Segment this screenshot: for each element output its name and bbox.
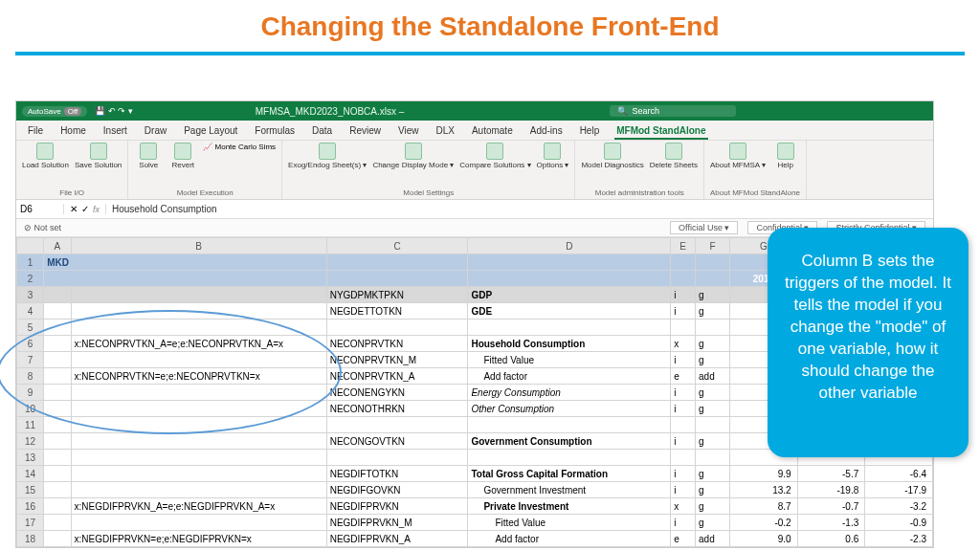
cell[interactable]: i [671, 482, 696, 498]
col-header[interactable]: B [71, 238, 326, 254]
cell[interactable]: 13 [17, 450, 44, 466]
cell[interactable] [468, 254, 671, 271]
cell[interactable]: 9.9 [729, 466, 797, 482]
col-header[interactable]: A [44, 238, 71, 254]
cell[interactable]: NEGDIFTOTKN [326, 466, 468, 482]
cell[interactable]: add [696, 368, 730, 385]
cell[interactable] [44, 417, 71, 433]
col-header[interactable]: C [326, 238, 468, 254]
cell[interactable]: Private Investment [468, 498, 671, 515]
cell[interactable]: add [696, 531, 730, 547]
cell[interactable] [326, 254, 468, 271]
cell[interactable] [71, 352, 326, 368]
ribbon-btn[interactable]: Save Solution [75, 143, 122, 170]
cell[interactable]: -6.4 [865, 466, 933, 482]
ribbon-tab-dlx[interactable]: DLX [434, 123, 456, 140]
cell[interactable]: i [671, 515, 696, 531]
cell[interactable]: i [671, 385, 696, 401]
cell[interactable]: NECONOTHRKN [326, 401, 468, 417]
cell[interactable] [468, 450, 671, 466]
autosave-toggle[interactable]: AutoSaveOff [22, 106, 87, 117]
cell[interactable] [671, 320, 696, 336]
qat[interactable]: 💾 ↶ ↷ ▾ [95, 106, 133, 116]
ribbon-extra[interactable]: 📈 Monte Carlo Sims [203, 143, 276, 151]
cell[interactable]: g [696, 287, 730, 303]
cell[interactable]: MKD [44, 254, 326, 271]
cell[interactable]: Energy Consumption [468, 385, 671, 401]
cell[interactable]: 17 [17, 515, 44, 531]
cell[interactable]: Total Gross Capital Formation [468, 466, 671, 482]
cell[interactable]: NECONPRVTKN_A [326, 368, 468, 385]
cell[interactable]: 14 [17, 466, 44, 482]
cell[interactable]: 8 [17, 368, 44, 385]
cell[interactable] [44, 287, 71, 303]
ribbon-btn[interactable]: Compare Solutions ▾ [459, 143, 530, 170]
cell[interactable] [671, 254, 696, 271]
ribbon-tab-review[interactable]: Review [347, 123, 383, 140]
cell[interactable] [326, 271, 468, 287]
cell[interactable] [326, 320, 468, 336]
cell[interactable]: 1 [17, 254, 44, 271]
cell[interactable]: x:NECONPRVTKN=e;e:NECONPRVTKN=x [71, 368, 326, 385]
name-box[interactable]: D6 [16, 204, 64, 214]
cell[interactable]: x:NECONPRVTKN_A=e;e:NECONPRVTKN_A=x [71, 336, 326, 352]
cell[interactable] [44, 466, 71, 482]
cell[interactable]: -5.7 [797, 466, 865, 482]
cell[interactable] [44, 385, 71, 401]
cell[interactable] [326, 417, 468, 433]
cell[interactable] [696, 417, 730, 433]
cell[interactable]: Government Consumption [468, 433, 671, 450]
cell[interactable] [44, 336, 71, 352]
ribbon-tab-page-layout[interactable]: Page Layout [182, 123, 239, 140]
cell[interactable]: x:NEGDIFPRVKN_A=e;e:NEGDIFPRVKN_A=x [71, 498, 326, 515]
cell[interactable]: Household Consumption [468, 336, 671, 352]
cell[interactable] [44, 303, 71, 320]
cell[interactable]: NECONENGYKN [326, 385, 468, 401]
ribbon-btn[interactable]: Help [771, 143, 800, 170]
cell[interactable]: -0.2 [729, 515, 797, 531]
cell[interactable]: GDE [468, 303, 671, 320]
cell[interactable]: GDP [468, 287, 671, 303]
col-header[interactable]: E [671, 238, 696, 254]
cell[interactable]: x [671, 498, 696, 515]
cell[interactable] [696, 320, 730, 336]
cell[interactable]: 2 [17, 271, 44, 287]
cell[interactable] [44, 433, 71, 450]
cell[interactable] [71, 287, 326, 303]
fx-cancel-icon[interactable]: ✕ [70, 204, 78, 214]
ribbon-tab-automate[interactable]: Automate [470, 123, 515, 140]
cell[interactable]: 9 [17, 385, 44, 401]
ribbon-btn[interactable]: Delete Sheets [650, 143, 698, 170]
cell[interactable]: 13.2 [729, 482, 797, 498]
cell[interactable]: NECONPRVTKN_M [326, 352, 468, 368]
cell[interactable]: e [671, 531, 696, 547]
cell[interactable] [44, 498, 71, 515]
cell[interactable] [44, 401, 71, 417]
cell[interactable]: 10 [17, 401, 44, 417]
cell[interactable] [71, 320, 326, 336]
ribbon-tab-home[interactable]: Home [58, 123, 88, 140]
cell[interactable]: Government Investment [468, 482, 671, 498]
cell[interactable]: g [696, 515, 730, 531]
cell[interactable]: Fitted Value [468, 515, 671, 531]
cell[interactable] [71, 303, 326, 320]
cell[interactable]: 7 [17, 352, 44, 368]
cell[interactable]: NEGDIFPRVKN_M [326, 515, 468, 531]
cell[interactable] [468, 320, 671, 336]
cell[interactable]: NECONPRVTKN [326, 336, 468, 352]
cell[interactable]: 3 [17, 287, 44, 303]
cell[interactable]: 8.7 [729, 498, 797, 515]
cell[interactable]: 9.0 [729, 531, 797, 547]
cell[interactable] [71, 417, 326, 433]
cell[interactable] [44, 450, 71, 466]
ribbon-tab-insert[interactable]: Insert [101, 123, 129, 140]
cell[interactable] [44, 531, 71, 547]
cell[interactable] [326, 450, 468, 466]
cell[interactable]: -3.2 [865, 498, 933, 515]
cell[interactable]: g [696, 433, 730, 450]
cell[interactable]: g [696, 385, 730, 401]
ribbon-btn[interactable]: Load Solution [22, 143, 69, 170]
cell[interactable] [71, 515, 326, 531]
ribbon-tab-view[interactable]: View [396, 123, 421, 140]
ribbon-tab-add-ins[interactable]: Add-ins [528, 123, 565, 140]
